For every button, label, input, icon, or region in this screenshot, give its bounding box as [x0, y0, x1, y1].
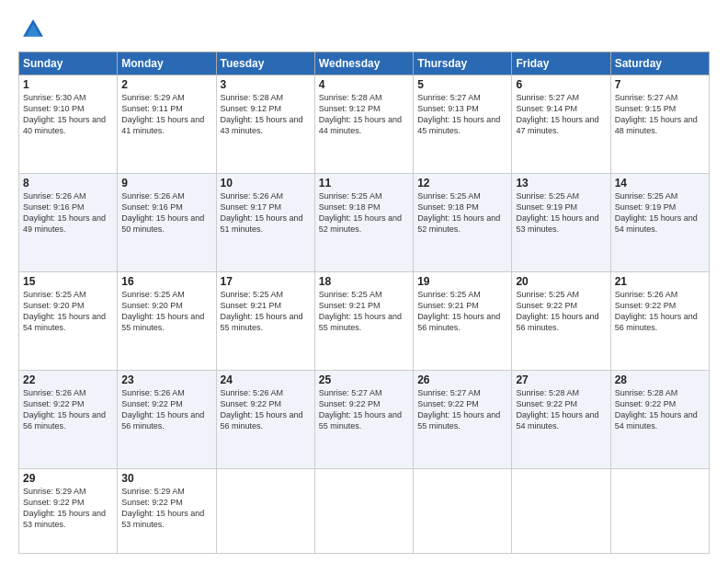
calendar-day-cell: 16Sunrise: 5:25 AMSunset: 9:20 PMDayligh… [118, 271, 216, 370]
calendar-day-cell: 29Sunrise: 5:29 AMSunset: 9:22 PMDayligh… [19, 468, 118, 553]
day-info: Sunrise: 5:30 AMSunset: 9:10 PMDaylight:… [23, 92, 113, 137]
day-number: 14 [615, 177, 705, 190]
day-info: Sunrise: 5:25 AMSunset: 9:18 PMDaylight:… [417, 190, 507, 236]
day-number: 4 [319, 78, 409, 91]
day-number: 13 [516, 177, 606, 190]
day-number: 11 [319, 177, 409, 190]
calendar-day-cell: 2Sunrise: 5:29 AMSunset: 9:11 PMDaylight… [118, 75, 216, 174]
day-info: Sunrise: 5:26 AMSunset: 9:22 PMDaylight:… [121, 387, 211, 432]
day-number: 29 [23, 472, 113, 485]
calendar-week-row: 1Sunrise: 5:30 AMSunset: 9:10 PMDaylight… [19, 75, 710, 174]
day-info: Sunrise: 5:27 AMSunset: 9:15 PMDaylight:… [615, 92, 705, 137]
calendar-day-cell [314, 468, 413, 553]
logo [18, 17, 50, 46]
day-number: 19 [417, 275, 507, 288]
calendar-day-cell: 22Sunrise: 5:26 AMSunset: 9:22 PMDayligh… [19, 370, 118, 468]
calendar-day-cell: 25Sunrise: 5:27 AMSunset: 9:22 PMDayligh… [314, 370, 413, 468]
calendar-day-cell: 5Sunrise: 5:27 AMSunset: 9:13 PMDaylight… [414, 75, 512, 174]
day-info: Sunrise: 5:29 AMSunset: 9:11 PMDaylight:… [121, 92, 211, 137]
calendar-week-row: 22Sunrise: 5:26 AMSunset: 9:22 PMDayligh… [19, 370, 710, 468]
day-number: 7 [615, 78, 705, 91]
day-info: Sunrise: 5:29 AMSunset: 9:22 PMDaylight:… [23, 486, 113, 531]
day-number: 6 [516, 78, 606, 91]
weekday-header: Friday [512, 52, 610, 75]
calendar-day-cell: 6Sunrise: 5:27 AMSunset: 9:14 PMDaylight… [512, 75, 610, 174]
day-info: Sunrise: 5:27 AMSunset: 9:22 PMDaylight:… [319, 387, 409, 432]
calendar-day-cell: 11Sunrise: 5:25 AMSunset: 9:18 PMDayligh… [314, 173, 413, 271]
day-info: Sunrise: 5:25 AMSunset: 9:21 PMDaylight:… [221, 289, 311, 334]
calendar-day-cell: 9Sunrise: 5:26 AMSunset: 9:16 PMDaylight… [118, 173, 216, 271]
day-info: Sunrise: 5:26 AMSunset: 9:16 PMDaylight:… [121, 190, 211, 236]
day-info: Sunrise: 5:26 AMSunset: 9:17 PMDaylight:… [221, 190, 311, 236]
day-info: Sunrise: 5:25 AMSunset: 9:19 PMDaylight:… [615, 190, 705, 236]
header [18, 17, 710, 46]
day-number: 9 [121, 177, 211, 190]
day-info: Sunrise: 5:26 AMSunset: 9:22 PMDaylight:… [615, 289, 705, 334]
calendar-day-cell: 17Sunrise: 5:25 AMSunset: 9:21 PMDayligh… [216, 271, 314, 370]
day-info: Sunrise: 5:25 AMSunset: 9:20 PMDaylight:… [121, 289, 211, 334]
weekday-header: Sunday [19, 52, 118, 75]
calendar-week-row: 29Sunrise: 5:29 AMSunset: 9:22 PMDayligh… [19, 468, 710, 553]
day-number: 18 [319, 275, 409, 288]
day-info: Sunrise: 5:28 AMSunset: 9:22 PMDaylight:… [615, 387, 705, 432]
day-info: Sunrise: 5:27 AMSunset: 9:13 PMDaylight:… [417, 92, 507, 137]
day-number: 25 [319, 373, 409, 386]
day-info: Sunrise: 5:26 AMSunset: 9:22 PMDaylight:… [221, 387, 311, 432]
calendar-day-cell: 26Sunrise: 5:27 AMSunset: 9:22 PMDayligh… [414, 370, 512, 468]
calendar-day-cell: 30Sunrise: 5:29 AMSunset: 9:22 PMDayligh… [118, 468, 216, 553]
calendar-day-cell: 12Sunrise: 5:25 AMSunset: 9:18 PMDayligh… [414, 173, 512, 271]
weekday-header: Tuesday [216, 52, 314, 75]
calendar-table: SundayMondayTuesdayWednesdayThursdayFrid… [18, 52, 710, 554]
day-number: 15 [23, 275, 113, 288]
calendar-header-row: SundayMondayTuesdayWednesdayThursdayFrid… [19, 52, 710, 75]
weekday-header: Wednesday [314, 52, 413, 75]
day-info: Sunrise: 5:28 AMSunset: 9:22 PMDaylight:… [516, 387, 606, 432]
calendar-day-cell: 13Sunrise: 5:25 AMSunset: 9:19 PMDayligh… [512, 173, 610, 271]
day-info: Sunrise: 5:25 AMSunset: 9:21 PMDaylight:… [417, 289, 507, 334]
day-number: 12 [417, 177, 507, 190]
day-number: 30 [121, 472, 211, 485]
day-info: Sunrise: 5:25 AMSunset: 9:19 PMDaylight:… [516, 190, 606, 236]
calendar-day-cell: 18Sunrise: 5:25 AMSunset: 9:21 PMDayligh… [314, 271, 413, 370]
day-number: 1 [23, 78, 113, 91]
day-number: 17 [221, 275, 311, 288]
day-number: 16 [121, 275, 211, 288]
day-number: 21 [615, 275, 705, 288]
calendar-day-cell: 21Sunrise: 5:26 AMSunset: 9:22 PMDayligh… [610, 271, 709, 370]
day-number: 3 [221, 78, 311, 91]
logo-icon [20, 17, 46, 42]
calendar-day-cell: 24Sunrise: 5:26 AMSunset: 9:22 PMDayligh… [216, 370, 314, 468]
calendar-day-cell [512, 468, 610, 553]
calendar-day-cell: 10Sunrise: 5:26 AMSunset: 9:17 PMDayligh… [216, 173, 314, 271]
calendar-day-cell: 14Sunrise: 5:25 AMSunset: 9:19 PMDayligh… [610, 173, 709, 271]
calendar-day-cell: 8Sunrise: 5:26 AMSunset: 9:16 PMDaylight… [19, 173, 118, 271]
day-info: Sunrise: 5:25 AMSunset: 9:18 PMDaylight:… [319, 190, 409, 236]
day-info: Sunrise: 5:27 AMSunset: 9:14 PMDaylight:… [516, 92, 606, 137]
calendar-day-cell: 28Sunrise: 5:28 AMSunset: 9:22 PMDayligh… [610, 370, 709, 468]
day-info: Sunrise: 5:25 AMSunset: 9:21 PMDaylight:… [319, 289, 409, 334]
day-number: 28 [615, 373, 705, 386]
day-number: 24 [221, 373, 311, 386]
day-number: 2 [121, 78, 211, 91]
calendar-day-cell: 15Sunrise: 5:25 AMSunset: 9:20 PMDayligh… [19, 271, 118, 370]
day-info: Sunrise: 5:27 AMSunset: 9:22 PMDaylight:… [417, 387, 507, 432]
calendar-week-row: 15Sunrise: 5:25 AMSunset: 9:20 PMDayligh… [19, 271, 710, 370]
day-info: Sunrise: 5:26 AMSunset: 9:22 PMDaylight:… [23, 387, 113, 432]
day-number: 27 [516, 373, 606, 386]
day-info: Sunrise: 5:25 AMSunset: 9:22 PMDaylight:… [516, 289, 606, 334]
calendar-day-cell: 19Sunrise: 5:25 AMSunset: 9:21 PMDayligh… [414, 271, 512, 370]
page: SundayMondayTuesdayWednesdayThursdayFrid… [0, 0, 728, 563]
day-number: 8 [23, 177, 113, 190]
day-number: 20 [516, 275, 606, 288]
day-info: Sunrise: 5:29 AMSunset: 9:22 PMDaylight:… [121, 486, 211, 531]
weekday-header: Saturday [610, 52, 709, 75]
calendar-day-cell: 4Sunrise: 5:28 AMSunset: 9:12 PMDaylight… [314, 75, 413, 174]
weekday-header: Monday [118, 52, 216, 75]
day-info: Sunrise: 5:28 AMSunset: 9:12 PMDaylight:… [319, 92, 409, 137]
calendar-day-cell: 7Sunrise: 5:27 AMSunset: 9:15 PMDaylight… [610, 75, 709, 174]
day-info: Sunrise: 5:26 AMSunset: 9:16 PMDaylight:… [23, 190, 113, 236]
day-number: 26 [417, 373, 507, 386]
calendar-day-cell: 20Sunrise: 5:25 AMSunset: 9:22 PMDayligh… [512, 271, 610, 370]
calendar-day-cell: 23Sunrise: 5:26 AMSunset: 9:22 PMDayligh… [118, 370, 216, 468]
day-number: 10 [221, 177, 311, 190]
